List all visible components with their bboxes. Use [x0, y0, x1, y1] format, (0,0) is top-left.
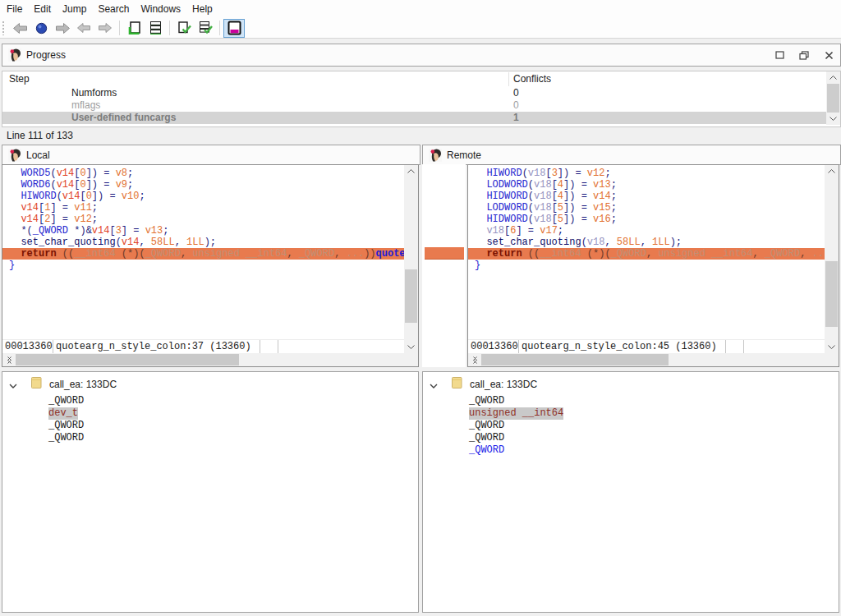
type-name: unsigned __int64: [469, 407, 563, 420]
code-token: ;: [611, 214, 617, 225]
document-icon[interactable]: [123, 19, 145, 38]
code-line[interactable]: HIDWORD(v18[5]) = v16;: [468, 214, 825, 225]
scroll-down-icon[interactable]: [404, 341, 418, 353]
code-token: v14: [57, 168, 75, 179]
type-name: _QWORD: [469, 444, 504, 457]
document-check-icon[interactable]: [173, 19, 195, 38]
code-token: ...: [347, 248, 365, 260]
code-token: ,: [139, 237, 150, 248]
float-icon[interactable]: [797, 49, 811, 61]
code-line[interactable]: HIWORD(v18[3]) = v12;: [468, 168, 825, 179]
scroll-right-icon[interactable]: [468, 353, 481, 366]
remote-vscrollbar[interactable]: [825, 165, 839, 353]
code-line[interactable]: set_char_quoting(v18, 58LL, 1LL);: [468, 237, 825, 248]
code-token: v18: [528, 168, 546, 179]
tree-node-header[interactable]: call_ea: 133DC: [423, 377, 537, 392]
funcarg-type-item[interactable]: unsigned __int64: [423, 407, 837, 420]
close-icon[interactable]: [822, 49, 835, 61]
nav-current-icon[interactable]: [30, 19, 52, 38]
remote-title-bar[interactable]: Remote: [422, 145, 841, 165]
scroll-right-icon[interactable]: [2, 353, 16, 366]
code-token: set_char_quoting: [21, 237, 115, 248]
code-token: ;: [139, 191, 145, 202]
funcarg-type-item[interactable]: dev_t: [2, 407, 416, 420]
code-line[interactable]: WORD5(v14[0]) = v8;: [2, 168, 404, 179]
menu-item-search[interactable]: Search: [92, 0, 135, 18]
code-line[interactable]: v14[1] = v11;: [2, 202, 404, 214]
code-line[interactable]: LODWORD(v18[5]) = v15;: [468, 202, 825, 214]
chevron-down-icon[interactable]: [9, 377, 17, 392]
jump-prev-icon[interactable]: [73, 19, 94, 38]
scrollbar-corner: [404, 353, 418, 366]
code-line[interactable]: set_char_quoting(v14, 58LL, 1LL);: [2, 237, 404, 248]
scrollbar-thumb[interactable]: [16, 354, 239, 365]
scroll-up-icon[interactable]: [404, 165, 418, 177]
scroll-up-icon[interactable]: [825, 165, 839, 177]
code-line[interactable]: }: [468, 260, 825, 271]
local-title-bar[interactable]: Local: [2, 145, 420, 165]
funcarg-type-item[interactable]: _QWORD: [423, 420, 837, 432]
remote-hscrollbar[interactable]: [468, 353, 825, 366]
code-token: ,: [175, 237, 186, 248]
code-line[interactable]: HIDWORD(v18[4]) = v14;: [468, 191, 825, 202]
funcarg-type-item[interactable]: _QWORD: [2, 395, 416, 407]
funcarg-type-item[interactable]: _QWORD: [423, 444, 837, 457]
scroll-up-icon[interactable]: [826, 71, 840, 84]
code-token: v9: [116, 179, 127, 191]
toolbar-grip[interactable]: [2, 21, 6, 35]
scroll-down-icon[interactable]: [826, 113, 840, 125]
empty-cell: [744, 340, 825, 353]
jump-next-icon[interactable]: [94, 19, 116, 38]
remote-title: Remote: [447, 149, 481, 161]
ida-icon: [8, 48, 21, 62]
menu-item-edit[interactable]: Edit: [28, 0, 57, 18]
code-line-conflict[interactable]: return ((__int64 (*)(_QWORD, unsigned __…: [2, 248, 404, 260]
scrollbar-thumb[interactable]: [405, 269, 417, 323]
menu-item-help[interactable]: Help: [186, 0, 218, 18]
code-token: (*)(: [116, 248, 145, 260]
scrollbar-thumb[interactable]: [825, 261, 838, 327]
code-token: 5: [558, 202, 563, 214]
code-token: (*)(: [581, 248, 611, 260]
tree-node-header[interactable]: call_ea: 133DC: [2, 377, 117, 392]
conflict-marker[interactable]: [425, 247, 464, 260]
code-line[interactable]: LODWORD(v18[4]) = v13;: [468, 179, 825, 191]
code-token: [9, 237, 21, 248]
scrollbar-thumb[interactable]: [481, 354, 669, 365]
funcarg-type-item[interactable]: _QWORD: [2, 432, 416, 444]
local-hscrollbar[interactable]: [2, 353, 404, 366]
menu-item-jump[interactable]: Jump: [57, 0, 92, 18]
progress-row[interactable]: Numforms0: [2, 87, 826, 99]
code-token: (: [116, 237, 122, 248]
nav-back-icon[interactable]: [9, 19, 30, 38]
progress-title-bar[interactable]: Progress: [2, 44, 841, 67]
local-vscrollbar[interactable]: [404, 165, 418, 353]
database-stack-icon[interactable]: [145, 19, 166, 38]
code-token: 5: [558, 214, 563, 225]
toolbar-separator: [119, 21, 120, 35]
funcarg-type-item[interactable]: _QWORD: [423, 432, 837, 444]
maximize-icon[interactable]: [773, 49, 786, 61]
funcarg-type-item[interactable]: _QWORD: [423, 395, 837, 407]
nav-forward-icon[interactable]: [52, 19, 73, 38]
code-line[interactable]: v18[6] = v17;: [468, 225, 825, 237]
code-line[interactable]: }: [2, 260, 404, 271]
progress-scrollbar[interactable]: [826, 71, 840, 125]
code-line[interactable]: WORD6(v14[0]) = v9;: [2, 179, 404, 191]
database-check-icon[interactable]: [195, 19, 216, 38]
menu-item-file[interactable]: File: [1, 0, 28, 18]
code-line[interactable]: v14[2] = v12;: [2, 214, 404, 225]
code-line[interactable]: HIWORD(v14[0]) = v10;: [2, 191, 404, 202]
merged-view-icon[interactable]: [223, 19, 245, 38]
scroll-down-icon[interactable]: [825, 341, 839, 353]
progress-row[interactable]: mflags0: [2, 99, 826, 112]
chevron-down-icon[interactable]: [430, 377, 438, 392]
scrollbar-thumb[interactable]: [827, 84, 839, 113]
column-step: Step: [9, 73, 30, 85]
funcarg-type-item[interactable]: _QWORD: [2, 420, 416, 432]
code-line-conflict[interactable]: return ((__int64 (*)(_QWORD, unsigned __…: [468, 248, 825, 260]
code-line[interactable]: *(_QWORD *)&v14[3] = v13;: [2, 225, 404, 237]
menu-item-windows[interactable]: Windows: [135, 0, 186, 18]
progress-row[interactable]: User-defined funcargs1: [2, 112, 826, 124]
code-token: _QWORD: [611, 248, 646, 260]
